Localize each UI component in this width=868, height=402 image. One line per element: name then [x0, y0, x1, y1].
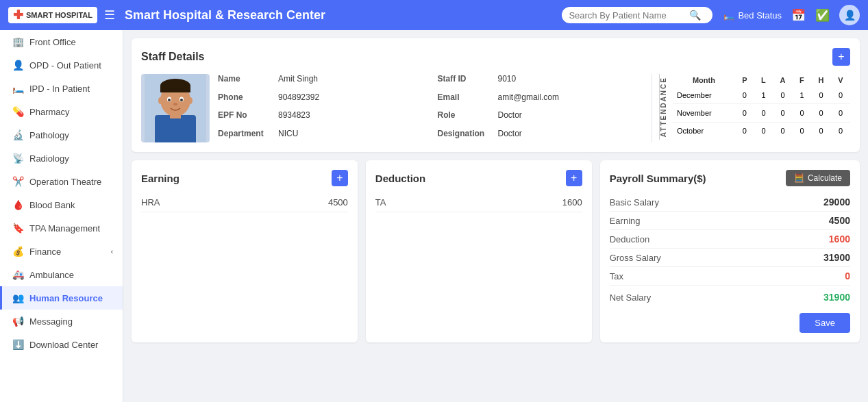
f-cell: 1: [793, 86, 811, 104]
sidebar-item-label: Blood Bank: [29, 200, 75, 210]
field-name: Name Amit Singh: [218, 74, 424, 88]
attendance-row: October 0 0 0 0 0 0: [673, 122, 850, 140]
sidebar-item-human-resource[interactable]: 👥 Human Resource: [0, 286, 123, 310]
p-cell: 0: [735, 122, 754, 140]
v-cell: 0: [831, 122, 850, 140]
app-title: Smart Hospital & Research Center: [125, 8, 562, 23]
col-a: A: [773, 74, 793, 86]
main-content: Staff Details +: [123, 30, 868, 402]
svg-point-10: [173, 103, 177, 105]
operation-icon: ✂️: [12, 176, 24, 187]
f-cell: 0: [793, 104, 811, 123]
attendance-row: December 0 1 0 1 0 0: [673, 86, 850, 104]
h-cell: 0: [811, 104, 831, 123]
deduction-item-value: 1600: [562, 197, 582, 208]
a-cell: 0: [773, 104, 793, 123]
month-cell: October: [673, 122, 735, 140]
deduction-summary-label: Deduction: [610, 234, 650, 244]
sidebar-item-finance[interactable]: 💰 Finance ‹: [0, 240, 123, 263]
sidebar-item-label: TPA Management: [29, 223, 100, 234]
department-value: NICU: [278, 129, 298, 138]
search-input[interactable]: [569, 10, 685, 21]
nav-icons: 🛏️ Bed Status 📅 ✅ 👤: [723, 5, 860, 25]
col-p: P: [735, 74, 754, 86]
sidebar-item-front-office[interactable]: 🏢 Front Office: [0, 30, 123, 53]
staff-id-value: 9010: [498, 74, 517, 84]
gross-salary-value: 31900: [823, 252, 850, 263]
finance-icon: 💰: [12, 246, 24, 257]
card-header: Staff Details +: [141, 48, 850, 66]
sidebar-item-radiology[interactable]: 📡 Radiology: [0, 147, 123, 170]
checkmark-icon[interactable]: ✅: [815, 8, 830, 23]
calendar-icon[interactable]: 📅: [791, 8, 806, 23]
staff-details-card: Staff Details +: [132, 38, 860, 152]
tax-label: Tax: [610, 271, 623, 281]
logo: ✚ SMART HOSPITAL: [8, 7, 97, 23]
hamburger-icon[interactable]: ☰: [104, 8, 115, 23]
sidebar-item-pharmacy[interactable]: 💊 Pharmacy: [0, 100, 123, 123]
logo-text: SMART HOSPITAL: [26, 11, 92, 19]
attendance-section: ATTENDANCE Month P L A F H V: [652, 74, 850, 142]
earning-summary-value: 4500: [829, 215, 850, 226]
top-navigation: ✚ SMART HOSPITAL ☰ Smart Hospital & Rese…: [0, 0, 868, 30]
search-icon[interactable]: 🔍: [689, 10, 701, 21]
deduction-add-button[interactable]: +: [566, 170, 582, 186]
col-month: Month: [673, 74, 735, 86]
sidebar-item-label: Pharmacy: [29, 107, 70, 117]
sidebar-item-label: Operation Theatre: [29, 177, 101, 187]
sidebar-item-download-center[interactable]: ⬇️ Download Center: [0, 333, 123, 356]
calculate-label: Calculate: [808, 173, 842, 183]
designation-label: Designation: [438, 129, 493, 138]
sidebar-item-opd[interactable]: 👤 OPD - Out Patient: [0, 53, 123, 77]
sidebar-item-ambulance[interactable]: 🚑 Ambulance: [0, 263, 123, 286]
sidebar-item-label: Finance: [29, 247, 61, 257]
sidebar-item-label: Human Resource: [29, 293, 103, 303]
sidebar-item-label: Download Center: [29, 340, 98, 350]
sidebar-item-tpa[interactable]: 🔖 TPA Management: [0, 216, 123, 240]
svg-point-11: [158, 97, 162, 104]
attendance-vertical-label: ATTENDANCE: [659, 74, 667, 140]
f-cell: 0: [793, 122, 811, 140]
search-bar: 🔍: [562, 7, 712, 23]
pathology-icon: 🔬: [12, 129, 24, 140]
sidebar-item-blood-bank[interactable]: 🩸 Blood Bank: [0, 193, 123, 216]
sidebar-item-pathology[interactable]: 🔬 Pathology: [0, 123, 123, 147]
v-cell: 0: [831, 104, 850, 123]
payroll-earning-row: Earning 4500: [610, 212, 850, 230]
department-label: Department: [218, 129, 273, 138]
staff-details-title: Staff Details: [141, 51, 204, 63]
svg-point-12: [188, 97, 193, 104]
name-value: Amit Singh: [278, 74, 318, 84]
svg-point-9: [180, 99, 183, 101]
email-label: Email: [438, 92, 493, 102]
earning-line-item: HRA4500: [141, 193, 348, 212]
staff-details-add-button[interactable]: +: [832, 48, 850, 66]
blood-bank-icon: 🩸: [12, 199, 24, 210]
payroll-net-row: Net Salary 31900: [610, 288, 850, 306]
staff-details-body: Name Amit Singh Staff ID 9010 Phone 9048…: [141, 74, 850, 142]
role-label: Role: [438, 110, 493, 120]
calculate-button[interactable]: 🧮 Calculate: [786, 170, 850, 186]
col-f: F: [793, 74, 811, 86]
bed-status-link[interactable]: 🛏️ Bed Status: [723, 10, 782, 21]
tpa-icon: 🔖: [12, 223, 24, 234]
epf-value: 8934823: [278, 110, 310, 120]
payroll-gross-row: Gross Salary 31900: [610, 249, 850, 267]
earning-items: HRA4500: [141, 193, 348, 212]
field-epf: EPF No 8934823: [218, 110, 424, 125]
staff-photo: [141, 74, 210, 142]
payroll-tax-row: Tax 0: [610, 267, 850, 286]
save-button[interactable]: Save: [799, 313, 850, 333]
role-value: Doctor: [498, 110, 522, 120]
earning-add-button[interactable]: +: [332, 170, 348, 186]
epf-label: EPF No: [218, 110, 273, 120]
sidebar-item-messaging[interactable]: 📢 Messaging: [0, 310, 123, 333]
staff-fields: Name Amit Singh Staff ID 9010 Phone 9048…: [218, 74, 643, 142]
sidebar-item-operation-theatre[interactable]: ✂️ Operation Theatre: [0, 170, 123, 193]
sidebar-item-ipd[interactable]: 🛏️ IPD - In Patient: [0, 77, 123, 100]
basic-salary-label: Basic Salary: [610, 197, 659, 208]
deduction-summary-value: 1600: [829, 234, 850, 244]
payroll-deduction-row: Deduction 1600: [610, 230, 850, 249]
user-avatar[interactable]: 👤: [839, 5, 860, 25]
deduction-item-label: TA: [375, 197, 386, 208]
